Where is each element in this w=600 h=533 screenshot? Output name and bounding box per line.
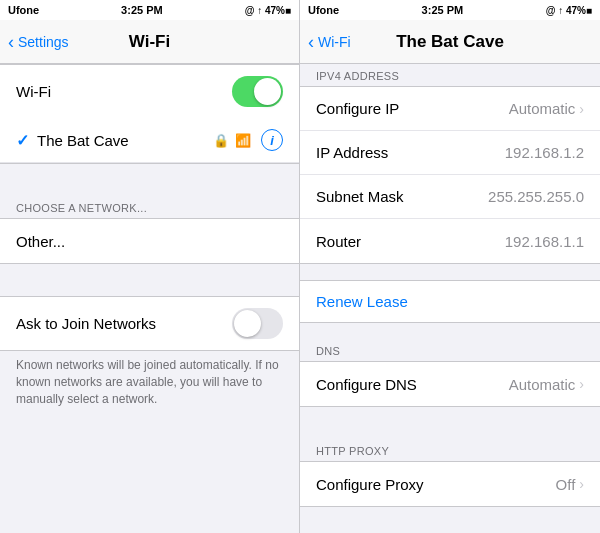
configure-ip-row[interactable]: Configure IP Automatic › xyxy=(300,87,600,131)
dns-section-label: DNS xyxy=(300,339,600,361)
left-back-chevron-icon: ‹ xyxy=(8,33,14,51)
checkmark-icon: ✓ xyxy=(16,131,29,150)
ask-join-label: Ask to Join Networks xyxy=(16,315,156,332)
right-carrier: Ufone xyxy=(308,4,339,16)
ask-join-section: Ask to Join Networks xyxy=(0,296,299,351)
ask-join-toggle[interactable] xyxy=(232,308,283,339)
left-status-icons: @ ↑ 47%■ xyxy=(245,5,291,16)
wifi-label: Wi-Fi xyxy=(16,83,51,100)
configure-dns-row[interactable]: Configure DNS Automatic › xyxy=(300,362,600,406)
configure-proxy-chevron-icon: › xyxy=(579,476,584,492)
ip-address-row: IP Address 192.168.1.2 xyxy=(300,131,600,175)
selected-network-row[interactable]: ✓ The Bat Cave 🔒 📶 i xyxy=(0,118,299,163)
renew-lease-button[interactable]: Renew Lease xyxy=(300,280,600,323)
wifi-toggle-knob xyxy=(254,78,281,105)
subnet-mask-value: 255.255.255.0 xyxy=(488,188,584,205)
left-back-label: Settings xyxy=(18,34,69,50)
right-back-label: Wi-Fi xyxy=(318,34,351,50)
subnet-mask-label: Subnet Mask xyxy=(316,188,404,205)
configure-ip-chevron-icon: › xyxy=(579,101,584,117)
configure-ip-value: Automatic › xyxy=(509,100,584,117)
networks-section: ✓ The Bat Cave 🔒 📶 i xyxy=(0,118,299,164)
http-proxy-table: Configure Proxy Off › xyxy=(300,461,600,507)
wifi-section: Wi-Fi xyxy=(0,64,299,118)
right-content: IPV4 ADDRESS Configure IP Automatic › IP… xyxy=(300,64,600,533)
wifi-toggle-row: Wi-Fi xyxy=(0,65,299,118)
spacer2 xyxy=(0,280,299,296)
other-network-label: Other... xyxy=(16,233,65,250)
left-content: Wi-Fi ✓ The Bat Cave 🔒 📶 i CHOOSE A NETW… xyxy=(0,64,299,533)
info-button[interactable]: i xyxy=(261,129,283,151)
configure-proxy-row[interactable]: Configure Proxy Off › xyxy=(300,462,600,506)
configure-dns-value: Automatic › xyxy=(509,376,584,393)
ip-address-value: 192.168.1.2 xyxy=(505,144,584,161)
ask-join-row: Ask to Join Networks xyxy=(0,297,299,350)
ask-join-description: Known networks will be joined automatica… xyxy=(0,351,299,419)
wifi-signal-icon: 📶 xyxy=(235,133,251,148)
left-carrier: Ufone xyxy=(8,4,39,16)
configure-dns-label: Configure DNS xyxy=(316,376,417,393)
left-time: 3:25 PM xyxy=(121,4,163,16)
configure-dns-chevron-icon: › xyxy=(579,376,584,392)
configure-ip-label: Configure IP xyxy=(316,100,399,117)
right-status-bar: Ufone 3:25 PM @ ↑ 47%■ xyxy=(300,0,600,20)
ipv4-section-label: IPV4 ADDRESS xyxy=(300,64,600,86)
router-label: Router xyxy=(316,233,361,250)
left-nav-bar: ‹ Settings Wi-Fi xyxy=(0,20,299,64)
right-nav-title: The Bat Cave xyxy=(396,32,504,52)
other-network-section: Other... xyxy=(0,218,299,264)
ask-join-knob xyxy=(234,310,261,337)
right-panel: Ufone 3:25 PM @ ↑ 47%■ ‹ Wi-Fi The Bat C… xyxy=(300,0,600,533)
right-back-chevron-icon: ‹ xyxy=(308,33,314,51)
http-proxy-section-label: HTTP PROXY xyxy=(300,439,600,461)
left-nav-title: Wi-Fi xyxy=(129,32,170,52)
spacer3 xyxy=(300,423,600,439)
other-network-row[interactable]: Other... xyxy=(0,219,299,263)
ip-address-label: IP Address xyxy=(316,144,388,161)
lock-icon: 🔒 xyxy=(213,133,229,148)
spacer1 xyxy=(0,180,299,196)
router-row: Router 192.168.1.1 xyxy=(300,219,600,263)
choose-network-label: CHOOSE A NETWORK... xyxy=(0,196,299,218)
configure-proxy-label: Configure Proxy xyxy=(316,476,424,493)
router-value: 192.168.1.1 xyxy=(505,233,584,250)
wifi-toggle[interactable] xyxy=(232,76,283,107)
right-time: 3:25 PM xyxy=(422,4,464,16)
subnet-mask-row: Subnet Mask 255.255.255.0 xyxy=(300,175,600,219)
left-status-bar: Ufone 3:25 PM @ ↑ 47%■ xyxy=(0,0,299,20)
ipv4-table: Configure IP Automatic › IP Address 192.… xyxy=(300,86,600,264)
left-back-button[interactable]: ‹ Settings xyxy=(8,33,69,51)
right-back-button[interactable]: ‹ Wi-Fi xyxy=(308,33,351,51)
network-icons: 🔒 📶 i xyxy=(213,129,283,151)
configure-proxy-value: Off › xyxy=(556,476,584,493)
dns-table: Configure DNS Automatic › xyxy=(300,361,600,407)
right-nav-bar: ‹ Wi-Fi The Bat Cave xyxy=(300,20,600,64)
right-status-icons: @ ↑ 47%■ xyxy=(546,5,592,16)
selected-network-name: The Bat Cave xyxy=(37,132,213,149)
left-panel: Ufone 3:25 PM @ ↑ 47%■ ‹ Settings Wi-Fi … xyxy=(0,0,300,533)
